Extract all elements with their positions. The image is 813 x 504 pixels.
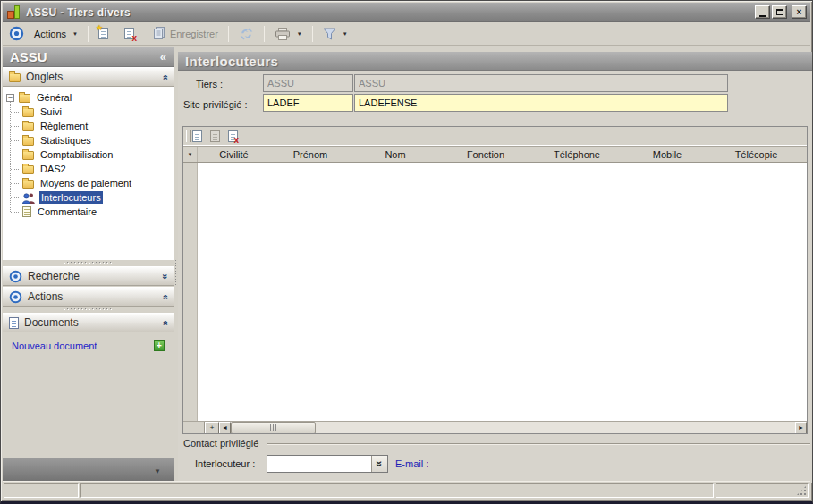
minimize-icon (759, 15, 766, 17)
chevron-down-icon[interactable]: » (159, 273, 169, 279)
document-icon (9, 317, 19, 329)
scroll-right-button[interactable]: ► (795, 422, 807, 433)
section-header-onglets[interactable]: Onglets » (3, 67, 174, 87)
documents-label: Documents (24, 316, 79, 329)
filter-button[interactable]: ▼ (318, 25, 352, 43)
tree-item-commentaire[interactable]: Commentaire (3, 205, 174, 219)
tree-item-das2[interactable]: DAS2 (3, 162, 174, 176)
grid-header-row: ▼ Civilité Prénom Nom Fonction Téléphone… (183, 146, 807, 163)
toolbar-separator (264, 26, 265, 42)
site-name-field[interactable] (354, 94, 728, 112)
actions-menu-button[interactable]: Actions ▼ (30, 26, 82, 42)
section-resize-grip[interactable] (3, 260, 174, 266)
overflow-arrow-icon[interactable]: ▼ (154, 467, 161, 475)
actions-bullseye-icon (9, 290, 22, 304)
sidebar-footer-bar: ▼ (3, 458, 174, 483)
maximize-icon (776, 9, 783, 15)
grid-add-row-button[interactable]: + (205, 422, 219, 433)
save-button[interactable]: Enregistrer (148, 24, 223, 43)
section-header-documents[interactable]: Documents » (3, 313, 174, 332)
section-resize-grip[interactable] (3, 307, 174, 313)
resize-grip[interactable] (796, 485, 807, 496)
contact-group-label: Contact privilégié (183, 438, 258, 449)
column-header-fonction[interactable]: Fonction (440, 149, 531, 160)
refresh-button[interactable] (234, 25, 258, 43)
sidebar: ASSU « Onglets » − Général Suivi Règle (3, 47, 174, 483)
column-header-telephone[interactable]: Téléphone (531, 149, 622, 160)
main-toolbar: Actions ▼ ★ x Enregistrer ▼ (3, 22, 810, 46)
sidebar-collapse-button[interactable]: « (160, 50, 166, 63)
app-window: ASSU - Tiers divers × Actions ▼ ★ x Enre… (0, 0, 813, 504)
close-button[interactable]: × (792, 5, 807, 19)
tree-item-interlocuteurs[interactable]: Interlocuteurs (3, 190, 174, 205)
column-header-nom[interactable]: Nom (351, 149, 440, 160)
print-dropdown-icon: ▼ (297, 31, 302, 37)
new-document-row: Nouveau document + (3, 337, 174, 355)
combo-dropdown-button[interactable]: » (371, 456, 387, 472)
tree-item-general[interactable]: − Général (3, 90, 174, 105)
tabs-tree: − Général Suivi Règlement Statistiques (3, 87, 174, 260)
column-header-civilite[interactable]: Civilité (198, 149, 270, 160)
column-header-mobile[interactable]: Mobile (622, 149, 712, 160)
delete-document-icon: x (124, 28, 134, 39)
add-document-button[interactable]: + (154, 340, 165, 351)
red-x-icon: x (131, 33, 137, 43)
status-bar (3, 481, 810, 499)
site-code-field[interactable] (263, 94, 353, 112)
actions-menu-label: Actions (34, 29, 66, 39)
toolbar-separator (88, 26, 89, 42)
chevron-up-icon[interactable]: » (159, 320, 169, 325)
scroll-left-button[interactable]: ◄ (219, 422, 231, 433)
grid-new-row-button[interactable] (192, 130, 202, 142)
printer-icon (275, 28, 291, 40)
tiers-label: Tiers : (196, 79, 223, 89)
chevron-up-icon[interactable]: » (159, 74, 169, 80)
section-header-recherche[interactable]: Recherche » (3, 266, 174, 286)
sidebar-splitter[interactable] (174, 260, 177, 287)
column-header-prenom[interactable]: Prénom (270, 149, 351, 160)
onglets-label: Onglets (26, 71, 63, 83)
toolbar-separator (228, 26, 229, 42)
contact-group-line (267, 443, 810, 444)
interlocuteur-input[interactable] (267, 458, 371, 469)
status-panel-middle (80, 483, 714, 498)
folder-icon (9, 73, 21, 82)
window-title: ASSU - Tiers divers (26, 6, 131, 19)
status-panel-left (4, 483, 79, 498)
interlocuteur-combobox[interactable]: » (267, 455, 388, 473)
grid-delete-row-button[interactable]: x (228, 130, 238, 142)
scrollbar-track[interactable] (316, 422, 795, 433)
logo-green-block (14, 5, 20, 19)
sidebar-title-bar: ASSU « (3, 47, 174, 67)
scrollbar-thumb[interactable] (231, 422, 316, 433)
people-icon (22, 192, 35, 204)
grid-duplicate-row-button[interactable] (210, 130, 220, 142)
maximize-button[interactable] (772, 5, 787, 19)
tree-item-comptabilisation[interactable]: Comptabilisation (3, 147, 174, 162)
grid-horizontal-scrollbar: + ◄ ► (183, 421, 807, 433)
new-record-button[interactable]: ★ (94, 25, 113, 42)
sidebar-title: ASSU (10, 49, 47, 64)
row-selector-header[interactable]: ▼ (183, 147, 198, 162)
grid-body-empty[interactable] (183, 163, 807, 421)
scrollbar-corner (183, 422, 205, 433)
delete-record-button[interactable]: x (120, 25, 139, 42)
actions-section-label: Actions (28, 290, 63, 303)
new-document-link[interactable]: Nouveau document (12, 340, 97, 351)
print-button[interactable]: ▼ (270, 25, 307, 43)
tree-item-reglement[interactable]: Règlement (3, 119, 174, 133)
email-link-label[interactable]: E-mail : (395, 458, 428, 469)
minimize-button[interactable] (755, 5, 770, 19)
section-header-actions[interactable]: Actions » (3, 287, 174, 307)
toolbar-separator (312, 26, 313, 42)
chevron-up-icon[interactable]: » (159, 294, 169, 299)
interlocuteurs-grid: x ▼ Civilité Prénom Nom Fonction Télépho… (182, 126, 808, 434)
recherche-label: Recherche (28, 270, 80, 282)
status-panel-right (716, 483, 809, 498)
recherche-bullseye-icon (9, 270, 22, 283)
tree-item-suivi[interactable]: Suivi (3, 105, 174, 119)
collapse-node-icon[interactable]: − (6, 94, 14, 102)
column-header-telecopie[interactable]: Télécopie (712, 149, 800, 160)
tree-item-statistiques[interactable]: Statistiques (3, 133, 174, 147)
tree-item-moyens-de-paiement[interactable]: Moyens de paiement (3, 176, 174, 190)
